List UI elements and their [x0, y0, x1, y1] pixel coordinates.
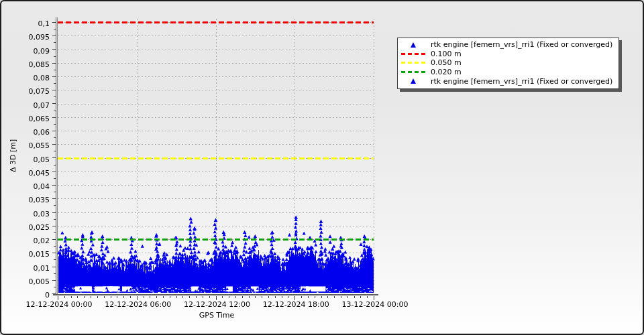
- y-tick-label: 0,05: [9, 155, 50, 164]
- y-tick-label: 0,005: [9, 277, 50, 286]
- y-tick-label: 0,065: [9, 115, 50, 123]
- y-tick-label: 0,075: [9, 87, 50, 96]
- x-tick-label: 13-12-2024 00:00: [331, 300, 419, 309]
- y-tick-label: 0,045: [9, 169, 50, 178]
- legend-item: 0.020 m: [401, 68, 612, 77]
- y-tick-label: 0,085: [9, 60, 50, 69]
- legend-item: rtk engine [femern_vrs]_rri1 (Fixed or c…: [401, 40, 612, 50]
- chart-panel: Δ 3D [m] GPS Time 0,10,0950,090,0850,080…: [0, 0, 644, 335]
- y-tick-label: 0: [9, 291, 50, 299]
- legend-triangle-marker-icon: [401, 42, 425, 48]
- y-tick-label: 0,03: [9, 210, 50, 218]
- y-tick-label: 0,015: [9, 250, 50, 259]
- y-tick-label: 0,025: [9, 223, 50, 232]
- y-tick-label: 0,095: [9, 33, 50, 42]
- legend-dashed-line-icon: [401, 71, 425, 73]
- y-tick-label: 0,02: [9, 237, 50, 245]
- x-tick-label: 12-12-2024 00:00: [15, 300, 103, 309]
- legend-item-label: 0.100 m: [431, 50, 462, 58]
- x-tick-label: 12-12-2024 06:00: [95, 300, 182, 309]
- legend-item-label: rtk engine [femern_vrs]_rri1 (Fixed or c…: [431, 77, 612, 86]
- legend-item-label: 0.050 m: [431, 58, 462, 67]
- y-tick-label: 0,08: [9, 74, 50, 82]
- legend-triangle-marker-icon: [401, 78, 425, 84]
- dashed-line-sample: [401, 71, 425, 73]
- y-tick-label: 0,035: [9, 196, 50, 204]
- legend-item: 0.100 m: [401, 50, 612, 59]
- y-tick-label: 0,09: [9, 47, 50, 56]
- triangle-up-icon: [411, 78, 416, 84]
- triangle-up-icon: [411, 42, 416, 48]
- legend-dashed-line-icon: [401, 62, 425, 64]
- dashed-line-sample: [401, 62, 425, 64]
- dashed-line-sample: [401, 53, 425, 55]
- x-tick-label: 12-12-2024 12:00: [174, 300, 261, 309]
- y-tick-label: 0,04: [9, 182, 50, 191]
- x-tick-label: 12-12-2024 18:00: [252, 300, 339, 309]
- y-tick-label: 0,06: [9, 128, 50, 137]
- y-tick-label: 0,01: [9, 264, 50, 273]
- legend-item-label: 0.020 m: [431, 68, 462, 76]
- legend-box[interactable]: rtk engine [femern_vrs]_rri1 (Fixed or c…: [397, 38, 619, 89]
- y-tick-label: 0,055: [9, 141, 50, 150]
- legend-item: rtk engine [femern_vrs]_rri1 (Fixed or c…: [401, 76, 612, 86]
- x-axis-title: GPS Time: [133, 311, 301, 320]
- legend-dashed-line-icon: [401, 53, 425, 55]
- legend-item-label: rtk engine [femern_vrs]_rri1 (Fixed or c…: [431, 40, 612, 49]
- legend-item: 0.050 m: [401, 58, 612, 68]
- y-tick-label: 0,1: [9, 19, 50, 28]
- y-tick-label: 0,07: [9, 101, 50, 110]
